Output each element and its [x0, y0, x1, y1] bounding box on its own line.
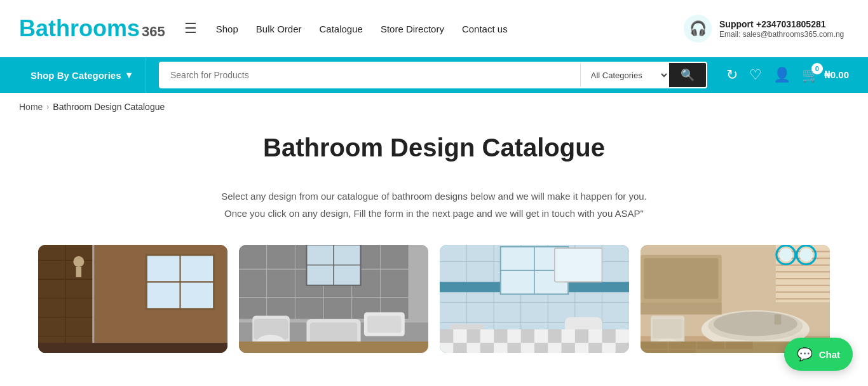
nav-link-store-directory[interactable]: Store Directory: [381, 24, 444, 34]
headphone-icon: 🎧: [684, 15, 712, 43]
svg-rect-25: [239, 270, 266, 297]
svg-rect-79: [507, 343, 520, 353]
svg-rect-115: [669, 341, 696, 349]
shop-by-label: Shop By Categories: [31, 70, 121, 81]
support-phone: +2347031805281: [756, 19, 825, 29]
description-line1: Select any design from our catalogue of …: [38, 188, 830, 205]
main-content: Bathroom Design Catalogue Select any des…: [0, 121, 868, 378]
support-text: Support +2347031805281 Email: sales@bath…: [719, 18, 844, 39]
svg-rect-77: [480, 343, 494, 353]
nav-link-catalogue[interactable]: Catalogue: [320, 24, 363, 34]
catalogue-card-3[interactable]: [440, 245, 629, 353]
svg-rect-81: [534, 343, 548, 353]
cart-btn[interactable]: 🛒 0 ₦0.00: [802, 67, 849, 83]
support-label: Support: [719, 19, 754, 29]
svg-rect-119: [669, 350, 696, 353]
nav-icons: ↻ ♡ 👤 🛒 0 ₦0.00: [726, 67, 849, 83]
svg-rect-86: [602, 329, 615, 343]
search-input[interactable]: [160, 63, 580, 87]
site-header: Bathrooms 365 ☰ Shop Bulk Order Catalogu…: [0, 0, 868, 57]
cart-badge: 0: [811, 63, 823, 74]
breadcrumb: Home › Bathroom Design Catalogue: [0, 93, 868, 121]
svg-point-105: [714, 312, 797, 336]
catalogue-grid: [38, 245, 830, 353]
svg-rect-85: [588, 343, 602, 353]
page-title: Bathroom Design Catalogue: [38, 127, 830, 169]
support-email: Email: sales@bathrooms365.com.ng: [719, 30, 844, 39]
account-btn[interactable]: 👤: [773, 67, 790, 83]
user-icon: 👤: [773, 67, 790, 83]
navbar: Shop By Categories ▾ All Categories Toil…: [0, 57, 868, 93]
svg-rect-84: [575, 329, 588, 343]
svg-point-102: [799, 248, 813, 261]
hamburger-icon[interactable]: ☰: [184, 20, 197, 37]
chevron-down-icon: ▾: [126, 69, 132, 81]
chat-label: Chat: [819, 349, 840, 360]
svg-point-14: [73, 256, 84, 267]
svg-rect-116: [697, 341, 724, 349]
whatsapp-chat-btn[interactable]: 💬 Chat: [784, 338, 853, 371]
breadcrumb-separator: ›: [46, 102, 49, 111]
svg-rect-78: [494, 329, 507, 343]
svg-rect-45: [367, 316, 401, 333]
breadcrumb-home[interactable]: Home: [19, 102, 43, 112]
catalogue-card-4[interactable]: [641, 245, 830, 353]
svg-rect-87: [616, 343, 629, 353]
search-icon: 🔍: [681, 68, 695, 82]
logo-text-365: 365: [142, 25, 165, 39]
cart-amount: ₦0.00: [824, 69, 849, 81]
cart-icon-wrap: 🛒 0: [802, 67, 819, 83]
search-button[interactable]: 🔍: [669, 63, 706, 87]
search-area: All Categories Toilets Bathtubs Sinks Sh…: [159, 62, 707, 88]
svg-point-100: [779, 248, 792, 261]
catalogue-card-2[interactable]: [239, 245, 428, 353]
description-line2: Once you click on any design, Fill the f…: [38, 205, 830, 222]
svg-rect-108: [653, 319, 682, 338]
nav-link-shop[interactable]: Shop: [216, 24, 238, 34]
svg-rect-20: [268, 245, 295, 268]
svg-rect-24: [381, 245, 409, 268]
wishlist-btn[interactable]: ♡: [749, 67, 762, 83]
svg-rect-114: [641, 341, 668, 349]
svg-rect-48: [239, 341, 428, 353]
svg-rect-80: [521, 329, 534, 343]
svg-rect-111: [644, 258, 718, 299]
svg-rect-117: [726, 341, 753, 349]
svg-rect-34: [324, 298, 351, 319]
whatsapp-icon: 💬: [797, 347, 813, 362]
svg-rect-118: [641, 350, 668, 353]
refresh-icon: ↻: [726, 67, 738, 83]
svg-rect-31: [239, 298, 266, 319]
svg-rect-15: [76, 267, 82, 277]
refresh-icon-btn[interactable]: ↻: [726, 67, 738, 83]
svg-rect-2: [92, 245, 94, 353]
svg-rect-26: [268, 270, 295, 297]
breadcrumb-current: Bathroom Design Catalogue: [53, 102, 165, 112]
category-select[interactable]: All Categories Toilets Bathtubs Sinks Sh…: [580, 63, 669, 87]
svg-rect-66: [555, 248, 602, 282]
page-description: Select any design from our catalogue of …: [38, 188, 830, 222]
svg-rect-112: [641, 302, 722, 314]
svg-rect-33: [295, 298, 323, 319]
svg-rect-76: [467, 329, 480, 343]
main-nav: Shop Bulk Order Catalogue Store Director…: [216, 24, 671, 34]
svg-rect-30: [381, 270, 409, 297]
nav-link-bulk-order[interactable]: Bulk Order: [256, 24, 302, 34]
logo-area: Bathrooms 365: [19, 17, 165, 40]
svg-rect-82: [548, 329, 561, 343]
svg-rect-32: [268, 298, 295, 319]
nav-link-contact[interactable]: Contact us: [462, 24, 508, 34]
catalogue-card-1[interactable]: [38, 245, 227, 353]
svg-rect-16: [38, 343, 227, 353]
logo[interactable]: Bathrooms 365: [19, 17, 165, 40]
svg-rect-106: [775, 314, 782, 324]
support-area: 🎧 Support +2347031805281 Email: sales@ba…: [684, 15, 849, 43]
svg-rect-75: [453, 343, 466, 353]
svg-rect-19: [239, 245, 266, 268]
logo-text-bathrooms: Bathrooms: [19, 17, 140, 40]
svg-rect-74: [440, 329, 453, 343]
svg-rect-83: [562, 343, 575, 353]
shop-by-categories-btn[interactable]: Shop By Categories ▾: [19, 57, 146, 93]
heart-icon: ♡: [749, 67, 762, 83]
